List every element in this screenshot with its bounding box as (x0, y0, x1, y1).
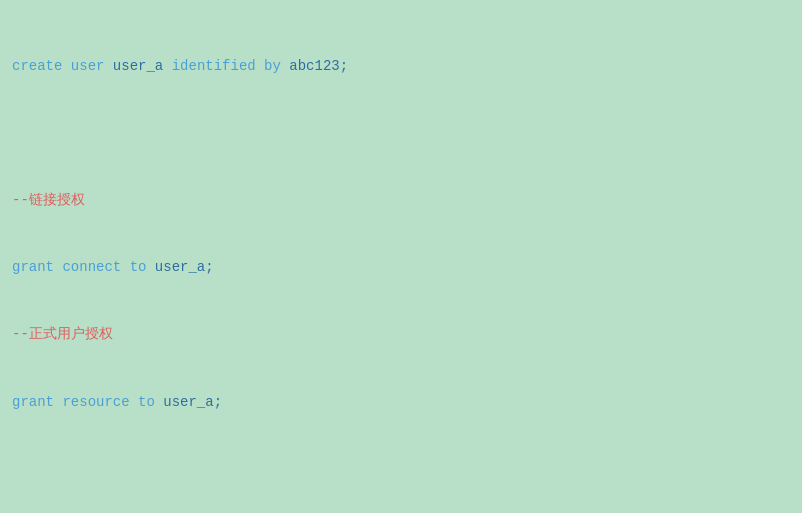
code-line-3: grant connect to user_a; (12, 256, 790, 278)
code-line-1: create user user_a identified by abc123; (12, 55, 790, 77)
code-line-5: grant resource to user_a; (12, 391, 790, 413)
code-line-empty-1 (12, 122, 790, 144)
code-line-empty-2 (12, 458, 790, 480)
code-comment-link-auth: --链接授权 (12, 189, 790, 211)
code-comment-formal-auth: --正式用户授权 (12, 323, 790, 345)
code-editor: create user user_a identified by abc123;… (12, 10, 790, 513)
